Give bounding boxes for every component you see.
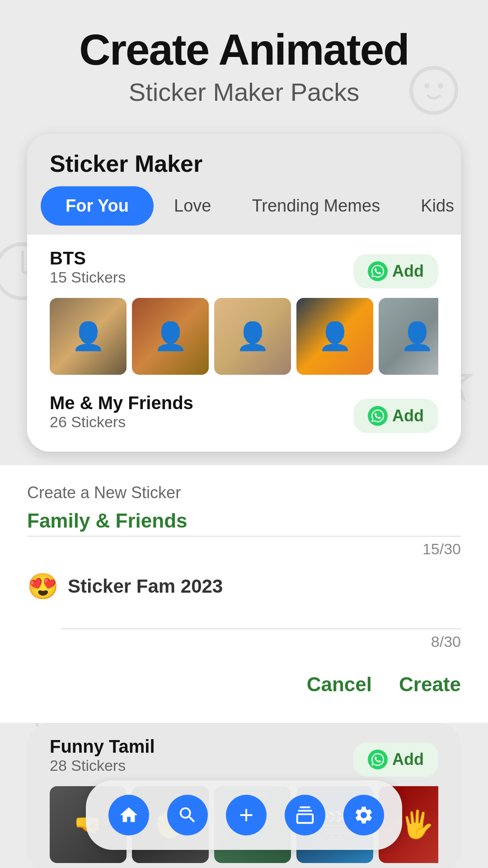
create-button[interactable]: Create [399, 673, 461, 696]
bts-name: BTS 15 Stickers [50, 248, 126, 294]
friends-header: Me & My Friends 26 Stickers Add [50, 393, 438, 439]
bts-thumb-4: 👤 [296, 298, 373, 375]
create-sticker-dialog: Create a New Sticker Family & Friends 15… [0, 465, 488, 723]
phone-header-title: Sticker Maker [50, 150, 438, 177]
pack-name-input-row-2[interactable] [61, 605, 461, 629]
header-section: Create Animated Sticker Maker Packs [0, 0, 488, 120]
bts-pack-name: BTS [50, 248, 126, 269]
phone-card: Sticker Maker For You Love Trending Meme… [27, 134, 461, 452]
nav-search[interactable] [158, 790, 217, 840]
bts-pack-count: 15 Stickers [50, 269, 126, 286]
pack-name-2: Sticker Fam 2023 [68, 576, 223, 597]
friends-pack-count: 26 Stickers [50, 413, 193, 431]
dialog-label: Create a New Sticker [27, 483, 461, 502]
bts-sticker-row: 👤 👤 👤 👤 👤 [50, 298, 438, 375]
bts-add-button[interactable]: Add [353, 254, 438, 288]
settings-icon [343, 795, 384, 835]
bts-thumb-2: 👤 [132, 298, 209, 375]
phone-header: Sticker Maker [27, 134, 461, 186]
nav-add[interactable] [217, 790, 276, 840]
sub-title: Sticker Maker Packs [27, 77, 461, 107]
pack-emoji: 😍 [27, 571, 59, 601]
pack-name-input-row-1[interactable]: Family & Friends [27, 509, 461, 537]
tab-love[interactable]: Love [154, 186, 231, 226]
nav-home[interactable] [99, 790, 158, 840]
tab-bar: For You Love Trending Memes Kids [27, 186, 461, 235]
cancel-button[interactable]: Cancel [307, 673, 372, 696]
whatsapp-icon-bts [368, 261, 388, 281]
funny-tamil-header: Funny Tamil 28 Stickers Add [50, 736, 438, 783]
friends-add-button[interactable]: Add [353, 399, 438, 433]
pack-name-text-1: Family & Friends [27, 509, 461, 532]
funny-tamil-add-button[interactable]: Add [353, 742, 438, 777]
bts-thumb-3: 👤 [214, 298, 291, 375]
pack-counter-1: 15/30 [27, 540, 461, 558]
pack-counter-2: 8/30 [27, 633, 461, 651]
funny-tamil-count: 28 Stickers [50, 757, 155, 774]
bts-thumb-5: 👤 [379, 298, 438, 375]
bts-header: BTS 15 Stickers Add [50, 248, 438, 294]
friends-pack-name: Me & My Friends [50, 393, 193, 413]
nav-settings[interactable] [334, 790, 393, 840]
search-icon [167, 795, 208, 835]
nav-collection[interactable] [276, 790, 334, 840]
dialog-actions: Cancel Create [27, 664, 461, 705]
sticker-pack-bts: BTS 15 Stickers Add 👤 👤 👤 👤 [27, 235, 461, 384]
funny-tamil-add-label: Add [392, 750, 424, 769]
main-title: Create Animated [27, 27, 461, 73]
friends-add-label: Add [392, 406, 424, 425]
bts-thumb-1: 👤 [50, 298, 127, 375]
funny-tamil-name-group: Funny Tamil 28 Stickers [50, 736, 155, 783]
tab-for-you[interactable]: For You [41, 186, 154, 226]
home-icon [108, 795, 149, 835]
whatsapp-icon-friends [368, 406, 388, 426]
pack-row-2: 😍 Sticker Fam 2023 [27, 571, 461, 601]
add-icon [226, 795, 267, 835]
sticker-pack-friends: Me & My Friends 26 Stickers Add [27, 384, 461, 452]
bottom-nav [86, 780, 402, 850]
tab-kids[interactable]: Kids [400, 186, 461, 226]
whatsapp-icon-funny-tamil [368, 750, 388, 769]
friends-name-group: Me & My Friends 26 Stickers [50, 393, 193, 439]
collection-icon [285, 795, 325, 835]
bts-add-label: Add [392, 262, 424, 281]
tab-trending[interactable]: Trending Memes [231, 186, 400, 226]
funny-tamil-name: Funny Tamil [50, 736, 155, 757]
